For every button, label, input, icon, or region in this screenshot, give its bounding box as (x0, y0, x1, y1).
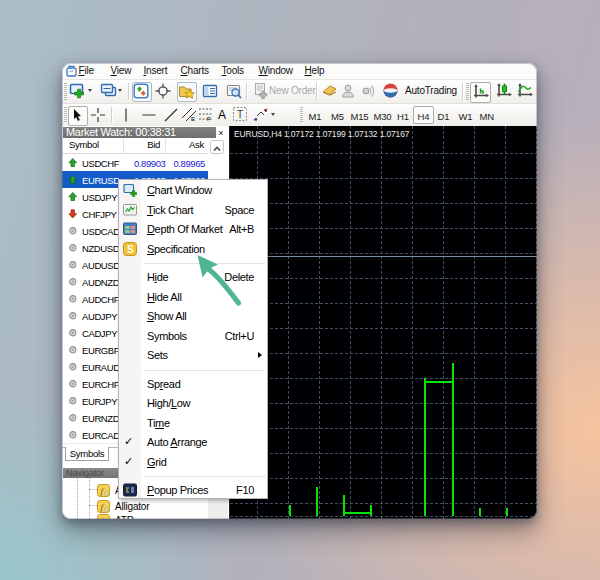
svg-text:F: F (207, 116, 211, 122)
svg-text:T: T (237, 109, 243, 120)
svg-text:S: S (127, 243, 134, 254)
svg-text:E: E (191, 116, 195, 122)
